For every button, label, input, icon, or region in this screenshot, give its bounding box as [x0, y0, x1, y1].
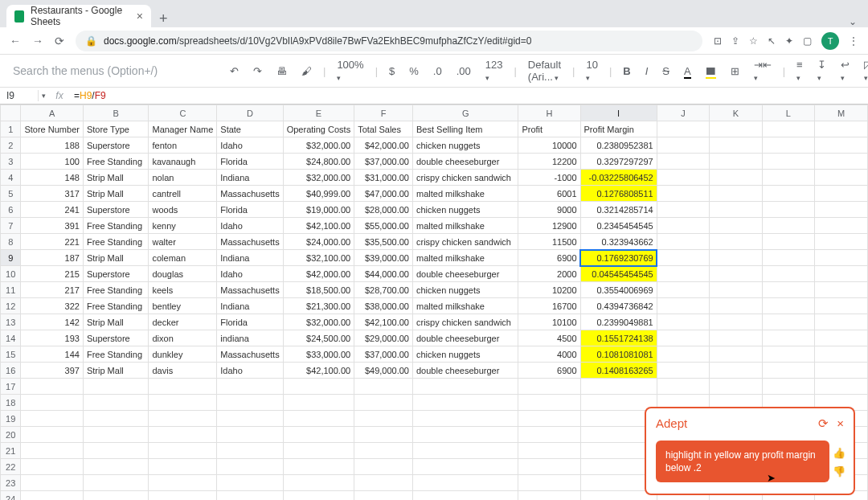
cell[interactable]: 0.3554006969 — [580, 282, 657, 298]
cell[interactable]: 241 — [21, 202, 83, 218]
row-header[interactable]: 4 — [1, 170, 21, 186]
bold-button[interactable]: B — [620, 64, 633, 79]
cell[interactable]: Massachusetts — [217, 282, 283, 298]
cell[interactable]: 4000 — [518, 346, 580, 363]
cell[interactable] — [354, 411, 413, 427]
cell[interactable] — [762, 379, 814, 395]
cell[interactable]: decker — [149, 314, 217, 330]
cell[interactable]: $42,100.00 — [354, 314, 413, 330]
cell[interactable] — [518, 491, 580, 501]
cell[interactable]: chicken nuggets — [413, 282, 518, 298]
borders-button[interactable]: ⊞ — [727, 64, 743, 79]
close-icon[interactable]: × — [137, 10, 143, 23]
column-header[interactable]: A — [21, 105, 83, 121]
cell[interactable]: 0.2345454545 — [580, 218, 657, 234]
cell[interactable] — [657, 170, 709, 186]
column-header[interactable]: H — [518, 105, 580, 121]
cell[interactable]: chicken nuggets — [413, 202, 518, 218]
cell[interactable] — [710, 282, 763, 298]
cell[interactable]: $42,100.00 — [283, 218, 354, 234]
cell[interactable] — [354, 427, 413, 443]
cell[interactable]: crispy chicken sandwich — [413, 234, 518, 250]
cell[interactable]: $38,000.00 — [354, 298, 413, 314]
cell[interactable]: -1000 — [518, 170, 580, 186]
redo-icon[interactable]: ↷ — [250, 64, 265, 79]
row-header[interactable]: 2 — [1, 137, 21, 154]
cell[interactable]: Strip Mall — [83, 250, 149, 266]
cell[interactable]: 4500 — [518, 330, 580, 346]
zoom-select[interactable]: 100% — [334, 57, 366, 84]
forward-icon[interactable]: → — [32, 35, 43, 47]
cell[interactable] — [762, 250, 814, 266]
column-header[interactable]: L — [762, 105, 814, 121]
cell[interactable] — [21, 411, 83, 427]
cell[interactable] — [21, 459, 83, 475]
column-header[interactable]: M — [815, 105, 868, 121]
column-header[interactable]: B — [83, 105, 149, 121]
cell[interactable] — [283, 379, 354, 395]
cell[interactable] — [354, 395, 413, 411]
cell[interactable] — [413, 443, 518, 459]
cell[interactable] — [815, 266, 868, 282]
cell[interactable] — [149, 395, 217, 411]
column-header[interactable]: E — [283, 105, 354, 121]
column-header[interactable]: G — [413, 105, 518, 121]
cell[interactable]: $24,000.00 — [283, 234, 354, 250]
cell[interactable]: $28,000.00 — [354, 202, 413, 218]
cell[interactable] — [762, 170, 814, 186]
cell[interactable] — [283, 491, 354, 501]
cell[interactable]: dunkley — [149, 346, 217, 363]
cell[interactable] — [657, 186, 709, 202]
cell[interactable]: 221 — [21, 234, 83, 250]
cell[interactable] — [149, 475, 217, 491]
cell[interactable]: Strip Mall — [83, 314, 149, 330]
cell[interactable]: $42,000.00 — [354, 137, 413, 154]
cell[interactable]: Massachusetts — [217, 186, 283, 202]
cell[interactable] — [815, 186, 868, 202]
cell[interactable] — [149, 459, 217, 475]
cell[interactable]: 0.1551724138 — [580, 330, 657, 346]
cell[interactable] — [710, 379, 763, 395]
cell[interactable]: Massachusetts — [217, 346, 283, 363]
cell[interactable] — [762, 202, 814, 218]
cell[interactable] — [815, 363, 868, 379]
cell[interactable] — [83, 395, 149, 411]
cell[interactable] — [518, 475, 580, 491]
cell[interactable]: $28,700.00 — [354, 282, 413, 298]
cell[interactable] — [762, 121, 814, 137]
thumbs-down-icon[interactable]: 👎 — [833, 465, 845, 477]
cell[interactable]: 215 — [21, 266, 83, 282]
cell[interactable] — [283, 411, 354, 427]
cell[interactable] — [657, 282, 709, 298]
back-icon[interactable]: ← — [10, 35, 21, 47]
cell[interactable]: Best Selling Item — [413, 121, 518, 137]
cell[interactable]: keels — [149, 282, 217, 298]
cell[interactable] — [762, 330, 814, 346]
cell[interactable]: $39,000.00 — [354, 250, 413, 266]
cell[interactable]: 148 — [21, 170, 83, 186]
font-select[interactable]: Default (Ari... — [525, 57, 564, 84]
cell[interactable] — [815, 250, 868, 266]
cell[interactable]: $49,000.00 — [354, 363, 413, 379]
cell[interactable]: $42,100.00 — [283, 363, 354, 379]
cell[interactable]: malted milkshake — [413, 250, 518, 266]
cell[interactable]: Operating Costs — [283, 121, 354, 137]
print-icon[interactable]: 🖶 — [273, 64, 290, 79]
cell[interactable]: davis — [149, 363, 217, 379]
cell[interactable]: $29,000.00 — [354, 330, 413, 346]
cell[interactable]: 0.4394736842 — [580, 298, 657, 314]
cell[interactable]: Superstore — [83, 202, 149, 218]
cell[interactable]: kenny — [149, 218, 217, 234]
cell[interactable] — [710, 137, 763, 154]
cell[interactable]: Strip Mall — [83, 170, 149, 186]
cell[interactable] — [518, 379, 580, 395]
cell[interactable] — [354, 443, 413, 459]
cell[interactable]: 217 — [21, 282, 83, 298]
cell[interactable] — [413, 427, 518, 443]
cell[interactable] — [657, 379, 709, 395]
cell[interactable]: Indiana — [217, 170, 283, 186]
cell[interactable] — [815, 346, 868, 363]
cell[interactable] — [710, 266, 763, 282]
cell[interactable]: 0.2380952381 — [580, 137, 657, 154]
kebab-menu-icon[interactable]: ⋮ — [849, 35, 858, 47]
